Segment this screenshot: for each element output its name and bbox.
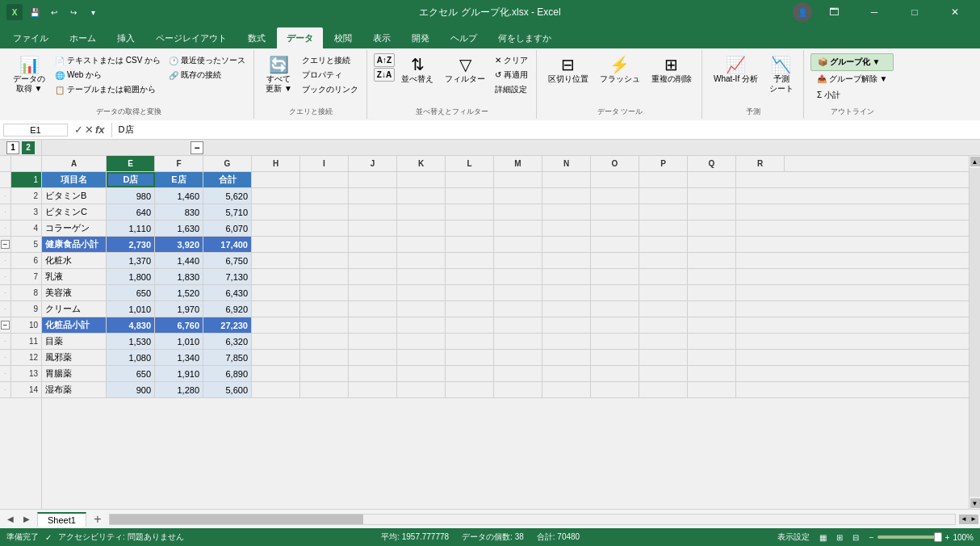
row-5-minus[interactable]: − bbox=[0, 237, 11, 252]
horizontal-scrollbar[interactable] bbox=[109, 514, 956, 525]
sort-button[interactable]: ⇅ 並べ替え bbox=[396, 53, 438, 86]
cell-O1[interactable] bbox=[591, 172, 639, 187]
col-header-Q[interactable]: Q bbox=[688, 156, 736, 171]
cell-G10[interactable]: 27,230 bbox=[203, 317, 252, 333]
cell-A13[interactable]: 胃腸薬 bbox=[42, 366, 107, 381]
tab-formulas[interactable]: 数式 bbox=[238, 27, 275, 48]
tab-developer[interactable]: 開発 bbox=[402, 27, 439, 48]
cell-E4[interactable]: 1,110 bbox=[107, 220, 155, 236]
col-header-K[interactable]: K bbox=[397, 156, 446, 171]
cell-G5[interactable]: 17,400 bbox=[203, 237, 252, 252]
h-scroll-thumb[interactable] bbox=[110, 514, 363, 524]
cell-F2[interactable]: 1,460 bbox=[155, 188, 203, 204]
cell-E2[interactable]: 980 bbox=[107, 188, 155, 204]
zoom-out-button[interactable]: − bbox=[869, 533, 874, 542]
cell-F7[interactable]: 1,830 bbox=[155, 269, 203, 284]
cell-P1[interactable] bbox=[639, 172, 688, 187]
cell-H2[interactable] bbox=[252, 188, 300, 204]
tab-search[interactable]: 何をしますか bbox=[488, 27, 561, 48]
tab-insert[interactable]: 挿入 bbox=[107, 27, 144, 48]
group-button[interactable]: 📦 グループ化 ▼ bbox=[810, 53, 894, 71]
cell-F12[interactable]: 1,340 bbox=[155, 350, 203, 365]
whatif-button[interactable]: 📈 What-If 分析 bbox=[709, 53, 763, 86]
cell-E9[interactable]: 1,010 bbox=[107, 301, 155, 317]
minimize-button[interactable]: ─ bbox=[856, 0, 893, 24]
add-sheet-button[interactable]: + bbox=[90, 511, 106, 527]
cell-E13[interactable]: 650 bbox=[107, 366, 155, 381]
tab-data[interactable]: データ bbox=[277, 27, 323, 48]
cell-G13[interactable]: 6,890 bbox=[203, 366, 252, 381]
scroll-up-button[interactable]: ▲ bbox=[970, 157, 980, 166]
cell-A8[interactable]: 美容液 bbox=[42, 285, 107, 300]
scroll-left-button[interactable]: ◄ bbox=[959, 514, 969, 524]
row-num-5[interactable]: 5 bbox=[11, 237, 41, 252]
col-header-I[interactable]: I bbox=[300, 156, 349, 171]
vertical-scrollbar[interactable]: ▲ ▼ bbox=[969, 156, 980, 509]
cell-F1[interactable]: E店 bbox=[155, 172, 203, 187]
cell-Q1[interactable] bbox=[688, 172, 736, 187]
cell-A14[interactable]: 湿布薬 bbox=[42, 382, 107, 397]
col-header-A[interactable]: A bbox=[42, 156, 107, 171]
cell-F9[interactable]: 1,970 bbox=[155, 301, 203, 317]
cell-F10[interactable]: 6,760 bbox=[155, 317, 203, 333]
cell-F13[interactable]: 1,910 bbox=[155, 366, 203, 381]
cell-E12[interactable]: 1,080 bbox=[107, 350, 155, 365]
close-button[interactable]: ✕ bbox=[936, 0, 974, 24]
cell-E1[interactable]: D店 bbox=[107, 172, 155, 187]
page-break-view-button[interactable]: ⊟ bbox=[848, 530, 863, 544]
cell-G9[interactable]: 6,920 bbox=[203, 301, 252, 317]
col-header-E[interactable]: E bbox=[107, 156, 155, 171]
row-num-4[interactable]: 4 bbox=[11, 220, 41, 236]
tab-help[interactable]: ヘルプ bbox=[441, 27, 487, 48]
cell-F6[interactable]: 1,440 bbox=[155, 253, 203, 268]
row-num-10[interactable]: 10 bbox=[11, 317, 41, 333]
row-num-12[interactable]: 12 bbox=[11, 350, 41, 365]
normal-view-button[interactable]: ▦ bbox=[816, 530, 831, 544]
cell-G2[interactable]: 5,620 bbox=[203, 188, 252, 204]
redo-button[interactable]: ↪ bbox=[66, 5, 81, 19]
cell-A5[interactable]: 健康食品小計 bbox=[42, 237, 107, 252]
outline-level-2[interactable]: 2 bbox=[22, 141, 35, 154]
tab-review[interactable]: 校閲 bbox=[325, 27, 362, 48]
save-button[interactable]: 💾 bbox=[27, 5, 42, 19]
maximize-button[interactable]: □ bbox=[896, 0, 933, 24]
reapply-button[interactable]: ↺ 再適用 bbox=[492, 68, 531, 82]
col-header-N[interactable]: N bbox=[542, 156, 591, 171]
outline-collapse-button[interactable]: − bbox=[191, 141, 203, 154]
cell-I1[interactable] bbox=[300, 172, 349, 187]
cell-E7[interactable]: 1,800 bbox=[107, 269, 155, 284]
cell-E6[interactable]: 1,370 bbox=[107, 253, 155, 268]
scroll-down-button[interactable]: ▼ bbox=[970, 498, 980, 508]
sheet-nav-right[interactable]: ▶ bbox=[19, 512, 34, 527]
cell-N1[interactable] bbox=[542, 172, 591, 187]
cell-E5[interactable]: 2,730 bbox=[107, 237, 155, 252]
cell-A9[interactable]: クリーム bbox=[42, 301, 107, 317]
cell-G1[interactable]: 合計 bbox=[203, 172, 252, 187]
row-num-11[interactable]: 11 bbox=[11, 334, 41, 349]
cell-H1[interactable] bbox=[252, 172, 300, 187]
cell-R1[interactable] bbox=[736, 172, 785, 187]
cell-G3[interactable]: 5,710 bbox=[203, 204, 252, 220]
col-header-G[interactable]: G bbox=[203, 156, 252, 171]
refresh-all-button[interactable]: 🔄 すべて更新 ▼ bbox=[261, 53, 297, 95]
cell-F11[interactable]: 1,010 bbox=[155, 334, 203, 349]
cell-G8[interactable]: 6,430 bbox=[203, 285, 252, 300]
cell-A12[interactable]: 風邪薬 bbox=[42, 350, 107, 365]
tab-home[interactable]: ホーム bbox=[60, 27, 106, 48]
cell-G7[interactable]: 7,130 bbox=[203, 269, 252, 284]
page-layout-view-button[interactable]: ⊞ bbox=[832, 530, 847, 544]
cell-F8[interactable]: 1,520 bbox=[155, 285, 203, 300]
cell-K1[interactable] bbox=[397, 172, 446, 187]
subtotal-button[interactable]: Σ 小計 bbox=[810, 87, 894, 103]
row-num-2[interactable]: 2 bbox=[11, 188, 41, 204]
row-num-13[interactable]: 13 bbox=[11, 366, 41, 381]
col-header-R[interactable]: R bbox=[736, 156, 785, 171]
tab-file[interactable]: ファイル bbox=[3, 27, 58, 48]
display-settings-button[interactable]: 表示設定 bbox=[777, 531, 810, 543]
advanced-button[interactable]: 詳細設定 bbox=[492, 82, 531, 97]
tab-view[interactable]: 表示 bbox=[363, 27, 400, 48]
query-connection-button[interactable]: クエリと接続 bbox=[299, 53, 362, 68]
cell-M1[interactable] bbox=[494, 172, 542, 187]
zoom-slider-track[interactable] bbox=[877, 536, 942, 539]
sort-az-button[interactable]: A↑Z bbox=[374, 53, 395, 67]
